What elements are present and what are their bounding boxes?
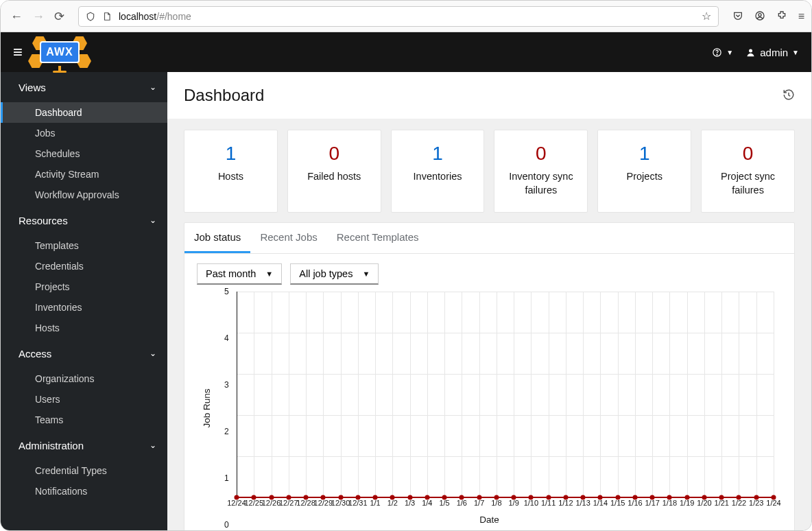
sidebar-item-dashboard[interactable]: Dashboard bbox=[1, 102, 167, 123]
sidebar-item-hosts[interactable]: Hosts bbox=[1, 318, 167, 338]
x-tick-label: 1/11 bbox=[541, 499, 556, 507]
summary-card-hosts[interactable]: 1Hosts bbox=[184, 130, 278, 213]
date-range-label: Past month bbox=[206, 268, 256, 279]
chevron-down-icon: ⌄ bbox=[150, 349, 156, 358]
x-tick-label: 1/18 bbox=[662, 499, 677, 507]
chevron-down-icon: ▼ bbox=[265, 270, 273, 278]
svg-point-1 bbox=[759, 14, 761, 16]
card-label: Hosts bbox=[190, 170, 272, 184]
x-tick-label: 1/9 bbox=[508, 499, 518, 507]
extensions-icon[interactable] bbox=[776, 10, 787, 23]
sidebar-section-views[interactable]: Views⌄ bbox=[1, 72, 167, 102]
summary-card-failed-hosts[interactable]: 0Failed hosts bbox=[287, 130, 381, 213]
x-tick-label: 1/15 bbox=[610, 499, 625, 507]
sidebar-item-workflow-approvals[interactable]: Workflow Approvals bbox=[1, 185, 167, 205]
card-value: 0 bbox=[294, 143, 375, 165]
job-type-select[interactable]: All job types ▼ bbox=[290, 263, 379, 285]
chart-y-axis-label: Job Runs bbox=[202, 389, 212, 428]
user-icon bbox=[745, 47, 756, 58]
sidebar-item-schedules[interactable]: Schedules bbox=[1, 143, 167, 164]
browser-menu-icon[interactable]: ≡ bbox=[798, 10, 804, 23]
summary-card-project-sync-failures[interactable]: 0Project sync failures bbox=[701, 130, 795, 213]
card-label: Projects bbox=[604, 170, 685, 184]
bookmark-star-icon[interactable]: ☆ bbox=[702, 10, 711, 23]
card-value: 1 bbox=[190, 143, 272, 165]
chart-x-axis-label: Date bbox=[198, 515, 780, 525]
x-tick-label: 1/6 bbox=[457, 499, 467, 507]
main-content: Dashboard 1Hosts0Failed hosts1Inventorie… bbox=[167, 72, 811, 531]
user-menu[interactable]: admin ▼ bbox=[745, 47, 799, 58]
sidebar-section-access[interactable]: Access⌄ bbox=[1, 338, 167, 368]
x-tick-label: 12/27 bbox=[279, 499, 298, 507]
sidebar-item-inventories[interactable]: Inventories bbox=[1, 297, 167, 318]
sidebar-item-templates[interactable]: Templates bbox=[1, 235, 167, 256]
help-icon bbox=[712, 47, 722, 58]
sidebar-item-credential-types[interactable]: Credential Types bbox=[1, 460, 167, 481]
summary-cards-row: 1Hosts0Failed hosts1Inventories0Inventor… bbox=[167, 119, 811, 217]
sidebar-item-teams[interactable]: Teams bbox=[1, 410, 167, 430]
sidebar-toggle-button[interactable]: ≡ bbox=[13, 43, 23, 62]
summary-card-inventories[interactable]: 1Inventories bbox=[391, 130, 485, 213]
panel-tabs: Job statusRecent JobsRecent Templates bbox=[184, 223, 794, 254]
tab-job-status[interactable]: Job status bbox=[184, 223, 250, 253]
job-status-panel: Job statusRecent JobsRecent Templates Pa… bbox=[184, 222, 795, 531]
logo-text: AWX bbox=[40, 41, 79, 63]
date-range-select[interactable]: Past month ▼ bbox=[197, 263, 282, 285]
sidebar-item-notifications[interactable]: Notifications bbox=[1, 481, 167, 502]
account-icon[interactable] bbox=[754, 10, 765, 23]
awx-logo[interactable]: AWX bbox=[32, 38, 87, 66]
x-tick-label: 12/25 bbox=[244, 499, 263, 507]
svg-point-4 bbox=[749, 49, 752, 52]
chevron-down-icon: ⌄ bbox=[150, 82, 156, 92]
x-tick-label: 1/16 bbox=[628, 499, 642, 507]
x-tick-label: 1/1 bbox=[370, 499, 380, 507]
x-tick-label: 1/14 bbox=[593, 499, 608, 507]
sidebar-item-credentials[interactable]: Credentials bbox=[1, 256, 167, 276]
tab-recent-templates[interactable]: Recent Templates bbox=[327, 223, 429, 253]
sidebar: Views⌄DashboardJobsSchedulesActivity Str… bbox=[1, 72, 167, 531]
sidebar-item-users[interactable]: Users bbox=[1, 389, 167, 410]
card-label: Inventories bbox=[397, 170, 479, 184]
sidebar-item-projects[interactable]: Projects bbox=[1, 276, 167, 297]
x-tick-label: 1/13 bbox=[575, 499, 590, 507]
chevron-down-icon: ▼ bbox=[792, 49, 799, 56]
sidebar-item-jobs[interactable]: Jobs bbox=[1, 123, 167, 143]
browser-forward-button[interactable]: → bbox=[32, 10, 45, 23]
browser-reload-button[interactable]: ⟳ bbox=[54, 10, 64, 23]
help-menu[interactable]: ▼ bbox=[712, 47, 733, 58]
x-tick-label: 1/17 bbox=[645, 499, 659, 507]
url-bar[interactable]: localhost/#/home ☆ bbox=[78, 6, 719, 27]
x-tick-label: 1/2 bbox=[387, 499, 398, 507]
username-label: admin bbox=[760, 47, 788, 58]
sidebar-item-organizations[interactable]: Organizations bbox=[1, 368, 167, 389]
svg-point-3 bbox=[717, 54, 717, 55]
x-tick-label: 12/26 bbox=[262, 499, 281, 507]
summary-card-inventory-sync-failures[interactable]: 0Inventory sync failures bbox=[494, 130, 588, 213]
x-tick-label: 1/24 bbox=[766, 499, 780, 507]
card-label: Failed hosts bbox=[294, 170, 375, 184]
sidebar-item-activity-stream[interactable]: Activity Stream bbox=[1, 164, 167, 185]
x-tick-label: 1/7 bbox=[474, 499, 484, 507]
x-tick-label: 12/24 bbox=[227, 499, 246, 507]
app-top-bar: ≡ AWX ▼ admin ▼ bbox=[1, 32, 811, 72]
shield-icon bbox=[86, 11, 95, 22]
y-tick-label: 2 bbox=[224, 427, 229, 436]
x-tick-label: 1/22 bbox=[732, 499, 746, 507]
y-tick-label: 4 bbox=[224, 333, 229, 343]
sidebar-section-administration[interactable]: Administration⌄ bbox=[1, 430, 167, 460]
browser-back-button[interactable]: ← bbox=[10, 10, 23, 23]
sidebar-section-resources[interactable]: Resources⌄ bbox=[1, 205, 167, 235]
x-tick-label: 1/8 bbox=[491, 499, 501, 507]
x-tick-label: 1/10 bbox=[524, 499, 538, 507]
activity-stream-icon[interactable] bbox=[783, 88, 795, 103]
card-value: 0 bbox=[707, 143, 789, 165]
pocket-icon[interactable] bbox=[732, 10, 743, 23]
chevron-down-icon: ⌄ bbox=[150, 440, 156, 450]
x-tick-label: 12/31 bbox=[348, 499, 368, 507]
x-tick-label: 1/4 bbox=[422, 499, 432, 507]
card-value: 1 bbox=[604, 143, 685, 165]
summary-card-projects[interactable]: 1Projects bbox=[597, 130, 691, 213]
tab-recent-jobs[interactable]: Recent Jobs bbox=[250, 223, 326, 253]
card-value: 0 bbox=[500, 143, 582, 165]
chevron-down-icon: ▼ bbox=[726, 49, 733, 56]
